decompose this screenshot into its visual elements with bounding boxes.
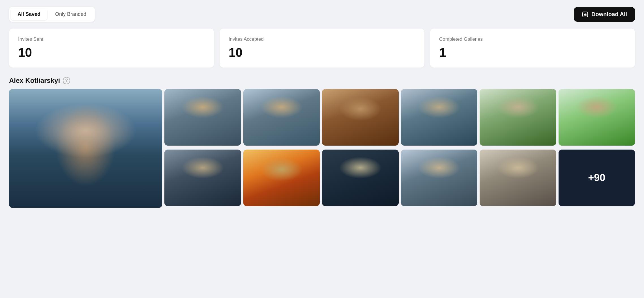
gallery-photo-9[interactable]	[243, 150, 320, 206]
gallery-photo-10[interactable]	[322, 150, 399, 206]
stat-value-completed-galleries: 1	[439, 46, 626, 60]
gallery-grid: +90	[9, 89, 635, 208]
stat-label-completed-galleries: Completed Galleries	[439, 36, 626, 42]
gallery-photo-8[interactable]	[164, 150, 241, 206]
download-all-button[interactable]: Download All	[574, 7, 635, 22]
stat-value-invites-accepted: 10	[229, 46, 415, 60]
top-bar: All Saved Only Branded Download All	[9, 7, 635, 22]
gallery-photo-12[interactable]	[480, 150, 556, 206]
gallery-photo-6[interactable]	[480, 89, 556, 146]
tab-group: All Saved Only Branded	[9, 7, 95, 22]
section-header: Alex Kotliarskyi ?	[9, 77, 635, 85]
tab-all-saved[interactable]: All Saved	[11, 8, 47, 20]
gallery-photo-3[interactable]	[243, 89, 320, 146]
stat-card-completed-galleries: Completed Galleries 1	[430, 29, 635, 68]
stat-value-invites-sent: 10	[18, 46, 205, 60]
download-icon	[582, 11, 589, 18]
stats-row: Invites Sent 10 Invites Accepted 10 Comp…	[9, 29, 635, 68]
tab-only-branded[interactable]: Only Branded	[48, 8, 93, 20]
gallery-photo-4[interactable]	[322, 89, 399, 146]
stat-card-invites-sent: Invites Sent 10	[9, 29, 214, 68]
gallery-photo-overflow[interactable]: +90	[559, 150, 635, 206]
gallery-photo-1[interactable]	[9, 89, 162, 208]
section-title: Alex Kotliarskyi	[9, 77, 60, 85]
help-icon[interactable]: ?	[63, 77, 70, 84]
stat-label-invites-sent: Invites Sent	[18, 36, 205, 42]
gallery-photo-5[interactable]	[401, 89, 478, 146]
gallery-photo-11[interactable]	[401, 150, 478, 206]
gallery-photo-2[interactable]	[164, 89, 241, 146]
stat-label-invites-accepted: Invites Accepted	[229, 36, 415, 42]
stat-card-invites-accepted: Invites Accepted 10	[220, 29, 424, 68]
overflow-count-label: +90	[559, 150, 635, 206]
gallery-photo-7[interactable]	[559, 89, 635, 146]
